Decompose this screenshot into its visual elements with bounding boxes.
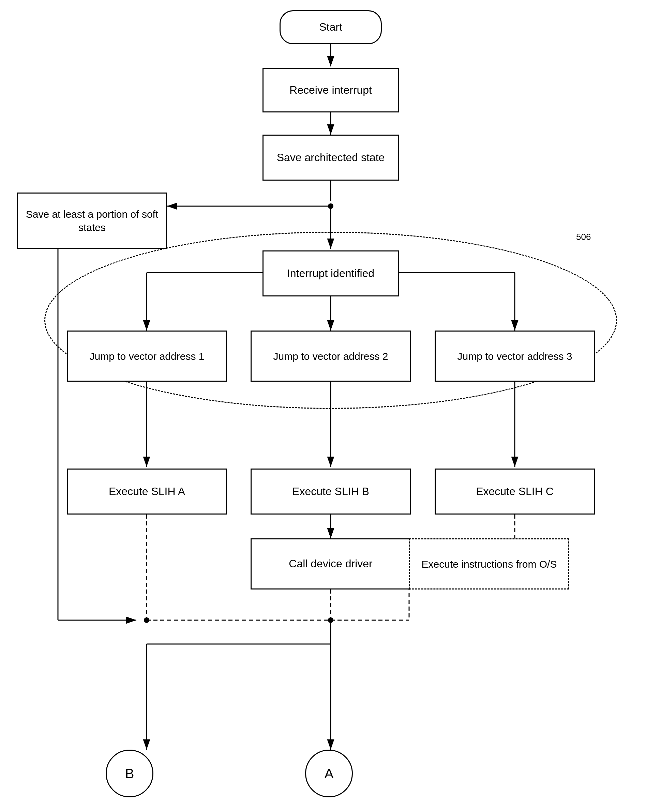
execute-slih-a-label: Execute SLIH A <box>109 484 185 499</box>
ref-506: 506 <box>576 232 591 242</box>
execute-os-instructions-node: Execute instructions from O/S <box>409 538 569 589</box>
terminal-a-node: A <box>305 750 353 797</box>
save-soft-states-node: Save at least a portion of soft states <box>17 193 167 249</box>
interrupt-identified-label: Interrupt identified <box>287 266 374 281</box>
execute-slih-b-label: Execute SLIH B <box>292 484 369 499</box>
svg-point-27 <box>144 618 149 623</box>
execute-slih-a-node: Execute SLIH A <box>67 468 227 514</box>
terminal-b-node: B <box>106 750 153 797</box>
start-node: Start <box>279 10 382 44</box>
execute-slih-b-node: Execute SLIH B <box>251 468 411 514</box>
start-label: Start <box>319 20 342 34</box>
receive-interrupt-label: Receive interrupt <box>289 83 372 97</box>
jump-vector-2-label: Jump to vector address 2 <box>273 350 388 363</box>
terminal-b-label: B <box>125 765 134 782</box>
jump-vector-2-node: Jump to vector address 2 <box>251 331 411 382</box>
execute-slih-c-label: Execute SLIH C <box>476 484 554 499</box>
execute-os-instructions-label: Execute instructions from O/S <box>422 557 557 571</box>
call-device-driver-node: Call device driver <box>251 538 411 589</box>
svg-point-6 <box>328 204 334 209</box>
terminal-a-label: A <box>324 765 334 782</box>
jump-vector-3-label: Jump to vector address 3 <box>458 350 572 363</box>
call-device-driver-label: Call device driver <box>289 557 372 571</box>
save-arch-state-node: Save architected state <box>262 135 399 181</box>
jump-vector-1-node: Jump to vector address 1 <box>67 331 227 382</box>
interrupt-identified-node: Interrupt identified <box>262 250 399 296</box>
jump-vector-3-node: Jump to vector address 3 <box>435 331 595 382</box>
execute-slih-c-node: Execute SLIH C <box>435 468 595 514</box>
save-soft-states-label: Save at least a portion of soft states <box>18 207 166 234</box>
jump-vector-1-label: Jump to vector address 1 <box>89 350 204 363</box>
receive-interrupt-node: Receive interrupt <box>262 68 399 113</box>
flowchart: Start 502 Receive interrupt 504 Save arc… <box>0 0 661 812</box>
save-arch-state-label: Save architected state <box>277 151 385 165</box>
svg-point-26 <box>328 618 334 623</box>
